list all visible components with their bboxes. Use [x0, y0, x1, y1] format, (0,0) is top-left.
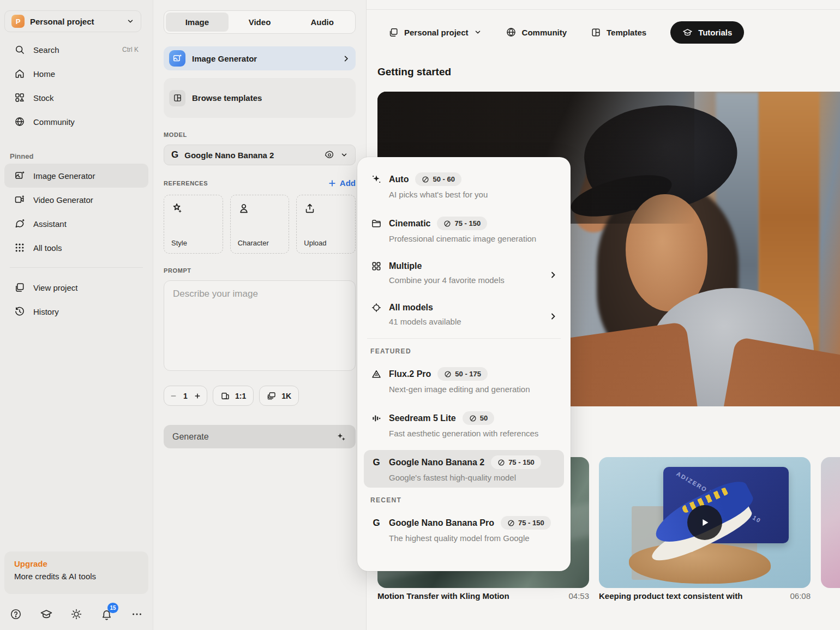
tab-video[interactable]: Video	[229, 13, 291, 32]
model-option-desc: AI picks what's best for you	[389, 190, 557, 199]
model-option-name: Flux.2 Pro	[389, 369, 431, 379]
hero-art-coat	[719, 337, 840, 406]
sidebar-item-video-generator[interactable]: Video Generator	[4, 188, 148, 212]
tab-image[interactable]: Image	[166, 13, 229, 32]
aspect-ratio-button[interactable]: 1:1	[213, 386, 254, 406]
sidebar-item-community[interactable]: Community	[4, 110, 148, 134]
video-card-product-text[interactable]: ADIZERO TAKUMI SEN 10	[599, 457, 811, 588]
header-tutorials[interactable]: Tutorials	[670, 21, 744, 44]
chevron-down-icon	[340, 151, 348, 159]
pinned-section-label: Pinned	[10, 152, 153, 160]
reference-slot-upload[interactable]: Upload	[296, 195, 356, 254]
notifications-button[interactable]: 15	[99, 606, 115, 622]
academy-button[interactable]	[38, 606, 55, 622]
sidebar-divider	[10, 267, 143, 268]
plus-icon[interactable]	[194, 393, 201, 399]
model-dropdown-menu: Auto 50 - 60 AI picks what's best for yo…	[357, 157, 571, 571]
getting-started-title: Getting started	[377, 66, 451, 78]
stock-icon	[14, 92, 25, 103]
reference-slot-label: Character	[238, 239, 269, 247]
references-section-label: REFERENCES	[164, 180, 208, 187]
model-option-name: Google Nano Banana Pro	[389, 518, 494, 528]
sidebar-item-view-project[interactable]: View project	[4, 275, 148, 299]
reference-slot-character[interactable]: Character	[230, 195, 290, 254]
model-option-google-nano-banana-2[interactable]: G Google Nano Banana 2 75 - 150 Google's…	[364, 450, 564, 488]
header-project-switcher[interactable]: Personal project	[388, 27, 482, 38]
browse-templates-label: Browse templates	[192, 93, 262, 103]
resolution-button[interactable]: 1K	[259, 386, 299, 406]
sparkles-icon	[370, 174, 382, 185]
bars-icon	[370, 413, 382, 424]
models-gear-icon	[370, 302, 382, 313]
sidebar-item-label: Stock	[33, 93, 139, 103]
generate-button[interactable]: Generate	[164, 425, 356, 448]
image-count-stepper[interactable]: 1	[164, 386, 207, 406]
credits-badge: 75 - 150	[437, 217, 487, 230]
sidebar-item-history[interactable]: History	[4, 299, 148, 323]
play-button[interactable]	[687, 505, 722, 540]
model-option-seedream-5-lite[interactable]: Seedream 5 Lite 50 Fast aesthetic genera…	[364, 406, 564, 443]
video-generator-icon	[14, 194, 25, 205]
sidebar-item-assistant[interactable]: Assistant	[4, 212, 148, 236]
prompt-input[interactable]	[164, 280, 356, 371]
notifications-badge: 15	[107, 603, 118, 613]
project-avatar: P	[11, 15, 25, 28]
image-generator-row[interactable]: Image Generator	[164, 46, 356, 70]
model-settings-button[interactable]	[325, 150, 334, 160]
ellipsis-icon	[131, 608, 143, 620]
generator-panel: Image Video Audio Image Generator Browse…	[153, 0, 367, 630]
theme-button[interactable]	[68, 606, 85, 622]
upgrade-title: Upgrade	[14, 559, 139, 568]
model-section-label: MODEL	[164, 131, 356, 138]
help-button[interactable]	[8, 606, 24, 622]
google-logo-icon: G	[171, 149, 178, 160]
credits-badge: 75 - 150	[491, 455, 541, 469]
tab-audio[interactable]: Audio	[291, 13, 353, 32]
header-divider	[367, 9, 840, 10]
sidebar-footer: 15	[8, 605, 145, 623]
image-generator-label: Image Generator	[192, 54, 335, 63]
more-button[interactable]	[129, 606, 145, 622]
sidebar-item-label: Search	[33, 45, 114, 55]
browse-templates-row[interactable]: Browse templates	[164, 78, 356, 118]
reference-slot-label: Upload	[304, 239, 326, 247]
chevron-right-icon	[549, 271, 557, 279]
sidebar-item-home[interactable]: Home	[4, 62, 148, 86]
model-selector[interactable]: G Google Nano Banana 2	[164, 145, 356, 165]
add-reference-label: Add	[340, 178, 356, 188]
recent-section-label: RECENT	[370, 496, 564, 504]
project-switcher[interactable]: P Personal project	[4, 10, 141, 32]
model-option-multiple[interactable]: Multiple Combine your 4 favorite models	[364, 255, 564, 290]
sidebar-item-search[interactable]: Search Ctrl K	[4, 38, 148, 62]
image-generator-icon	[14, 170, 25, 181]
video-card-partial[interactable]	[821, 457, 840, 588]
all-tools-icon	[14, 242, 25, 253]
model-option-name: Multiple	[389, 261, 422, 271]
add-reference-button[interactable]: Add	[328, 178, 356, 188]
help-icon	[10, 608, 22, 620]
globe-icon	[14, 116, 25, 127]
sidebar-item-stock[interactable]: Stock	[4, 86, 148, 110]
header-templates[interactable]: Templates	[591, 27, 646, 38]
sidebar-item-label: All tools	[33, 243, 139, 253]
model-option-google-nano-banana-pro[interactable]: G Google Nano Banana Pro 75 - 150 The hi…	[364, 511, 564, 548]
pages-icon	[388, 27, 399, 38]
model-option-desc: Combine your 4 favorite models	[389, 275, 557, 285]
chevron-right-icon	[342, 55, 350, 63]
credits-value: 50	[480, 414, 488, 422]
model-option-name: Cinematic	[389, 219, 430, 229]
sidebar-item-image-generator[interactable]: Image Generator	[4, 164, 148, 188]
credits-value: 75 - 150	[454, 219, 481, 227]
model-option-all-models[interactable]: All models 41 models available	[364, 297, 564, 332]
model-option-cinematic[interactable]: Cinematic 75 - 150 Professional cinemati…	[364, 211, 564, 249]
model-option-flux2-pro[interactable]: Flux.2 Pro 50 - 175 Next-gen image editi…	[364, 362, 564, 399]
video-duration: 04:53	[568, 591, 589, 601]
reference-slot-style[interactable]: Style	[164, 195, 223, 254]
minus-icon[interactable]	[170, 393, 177, 399]
header-community[interactable]: Community	[506, 27, 567, 38]
model-option-auto[interactable]: Auto 50 - 60 AI picks what's best for yo…	[364, 167, 564, 205]
sidebar-item-all-tools[interactable]: All tools	[4, 236, 148, 260]
upgrade-card[interactable]: Upgrade More credits & AI tools	[4, 551, 148, 594]
featured-section-label: FEATURED	[370, 347, 564, 355]
search-shortcut: Ctrl K	[122, 46, 139, 53]
